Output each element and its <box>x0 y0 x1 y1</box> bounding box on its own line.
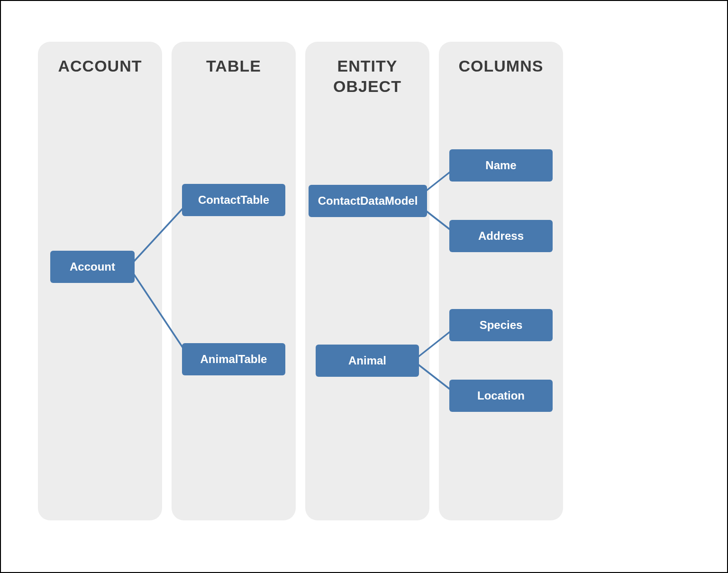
column-table: TABLE <box>172 42 296 520</box>
node-account: Account <box>50 251 135 283</box>
column-title-account: ACCOUNT <box>38 56 162 76</box>
diagram-frame: ACCOUNT TABLE ENTITY OBJECT COLUMNS Acco… <box>0 0 728 573</box>
node-location: Location <box>449 380 553 412</box>
node-species: Species <box>449 309 553 341</box>
column-title-columns: COLUMNS <box>439 56 563 76</box>
node-animal-table: AnimalTable <box>182 343 285 375</box>
node-address: Address <box>449 220 553 252</box>
node-name: Name <box>449 149 553 182</box>
node-contact-data-model: ContactDataModel <box>309 185 427 217</box>
node-animal: Animal <box>316 345 419 377</box>
column-title-table: TABLE <box>172 56 296 76</box>
column-title-entity: ENTITY OBJECT <box>305 56 429 96</box>
column-entity: ENTITY OBJECT <box>305 42 429 520</box>
column-columns: COLUMNS <box>439 42 563 520</box>
node-contact-table: ContactTable <box>182 184 285 216</box>
